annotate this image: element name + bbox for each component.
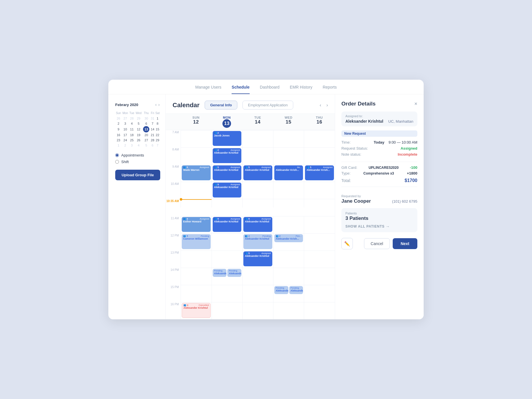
nav-schedule[interactable]: Schedule	[232, 85, 249, 94]
cell-wed-10am[interactable]	[273, 182, 304, 199]
event-aleksande-15pm-wed-2[interactable]: Pending Aleksande	[289, 286, 303, 294]
cell-tue-12pm[interactable]: 👥 2 Pending Aleksander Krishtul	[242, 233, 273, 251]
cal-day[interactable]: 6	[142, 121, 150, 126]
cell-tue-7am[interactable]	[242, 130, 273, 147]
cell-sun-12pm[interactable]: 👥 5 Pending Cameron Willamson	[181, 233, 212, 251]
cal-day[interactable]: 24	[122, 138, 129, 143]
next-button[interactable]: Next	[393, 238, 417, 249]
cell-wed-13pm[interactable]	[273, 251, 304, 268]
event-aleksander-12pm-tue[interactable]: 👥 2 Pending Aleksander Krishtul	[243, 234, 272, 249]
cell-tue-16pm[interactable]	[242, 302, 273, 319]
cell-thu-15pm[interactable]	[304, 285, 335, 302]
event-aleksander-8am-mon[interactable]: 👥 2 Assigned Aleksander Krishtul	[213, 148, 242, 163]
cell-thu-8am[interactable]	[304, 147, 335, 165]
event-cameron-willamson[interactable]: 👥 5 Pending Cameron Willamson	[182, 234, 211, 249]
cell-sun-8am[interactable]	[181, 147, 212, 165]
event-aleksander-12pm-wed[interactable]: 👥 2 Pen... Aleksander Krish...	[274, 234, 303, 242]
cell-mon-1035am[interactable]	[212, 199, 242, 208]
cell-mon-12pm[interactable]	[212, 233, 242, 251]
cell-wed-11am[interactable]	[273, 216, 304, 233]
cell-sun-16pm[interactable]: 👥 4 Cancelled Aleksander Krishtul	[181, 302, 212, 319]
cell-mon-14pm[interactable]: Pending Aleksande Pending Aleksande	[212, 268, 242, 285]
cell-sun-1035am[interactable]	[181, 199, 212, 208]
cal-day[interactable]: 3	[129, 143, 135, 148]
tab-employment-application[interactable]: Employment Application	[242, 101, 293, 109]
next-month-btn[interactable]: ›	[158, 102, 160, 107]
cell-wed-8am[interactable]	[273, 147, 304, 165]
edit-button[interactable]: ✏️	[341, 238, 353, 249]
show-all-patients-link[interactable]: SHOW ALL PATIENTS →	[345, 224, 413, 229]
cell-tue-11am[interactable]: 👥 5 Assigned Aleksander Krishtul	[242, 216, 273, 233]
cal-day[interactable]: 2	[122, 143, 129, 148]
cell-mon-7am[interactable]: 👥 2 Jacob Jones	[212, 130, 242, 147]
cell-tue-14pm[interactable]	[242, 268, 273, 285]
cell-sun-7am[interactable]	[181, 130, 212, 147]
cal-day[interactable]: 3	[122, 121, 129, 126]
cell-tue-13pm[interactable]: 👥 5 Assigned Aleksander Krishtul	[242, 251, 273, 268]
cal-day[interactable]: 26	[135, 138, 142, 143]
cell-thu-11am[interactable]	[304, 216, 335, 233]
cal-day[interactable]: 7	[155, 143, 160, 148]
tab-general-info[interactable]: General Info	[205, 101, 237, 109]
cancel-button[interactable]: Cancel	[364, 238, 390, 249]
cal-day[interactable]: 5	[135, 121, 142, 126]
event-aleksander-11am-tue[interactable]: 👥 5 Assigned Aleksander Krishtul	[243, 217, 272, 232]
nav-emr-history[interactable]: EMR History	[290, 85, 312, 94]
event-aleksande-14pm-mon-1[interactable]: Pending Aleksande	[213, 269, 227, 277]
cell-wed-14pm[interactable]	[273, 268, 304, 285]
cell-mon-16pm[interactable]	[212, 302, 242, 319]
cell-thu-1035am[interactable]	[304, 199, 335, 208]
cell-mon-9am[interactable]: 👥 5 Assigned Aleksander Krishtul	[212, 165, 242, 182]
event-esther-howard[interactable]: 👥 3 Assigned Esther Howard	[182, 217, 211, 232]
cal-day[interactable]: 22	[155, 132, 160, 138]
cal-day[interactable]: 30	[142, 116, 150, 121]
cal-day[interactable]: 9	[115, 126, 122, 132]
event-wade-warren[interactable]: 👥 3 Assigned Wade Warren	[182, 165, 211, 180]
cell-mon-13pm[interactable]	[212, 251, 242, 268]
cal-day[interactable]: 28	[129, 116, 135, 121]
cal-day[interactable]: 7	[150, 121, 155, 126]
cal-day[interactable]: 29	[135, 116, 142, 121]
cal-day[interactable]: 10	[122, 126, 129, 132]
cell-thu-10am[interactable]	[304, 182, 335, 199]
cell-thu-12pm[interactable]	[304, 233, 335, 251]
event-aleksander-9am-tue[interactable]: 👥 5 Assigned Aleksander Krishtul	[243, 165, 272, 180]
cell-thu-16pm[interactable]	[304, 302, 335, 319]
nav-reports[interactable]: Reports	[323, 85, 337, 94]
appointments-radio[interactable]: Appointments	[115, 153, 160, 157]
cell-wed-9am[interactable]: As... Aleksander Krish...	[273, 165, 304, 182]
event-aleksander-10am-mon[interactable]: 👥 5 Assigned Aleksander Krishtul	[213, 183, 242, 197]
cell-wed-1035am[interactable]	[273, 199, 304, 208]
nav-manage-users[interactable]: Manage Users	[195, 85, 221, 94]
event-aleksander-13pm-tue[interactable]: 👥 5 Assigned Aleksander Krishtul	[243, 251, 272, 266]
cell-mon-15pm[interactable]	[212, 285, 242, 302]
cal-day[interactable]: 4	[135, 143, 142, 148]
cal-day[interactable]: 16	[115, 132, 122, 138]
event-jacob-jones[interactable]: 👥 2 Jacob Jones	[213, 131, 242, 146]
cell-wed-15pm[interactable]: Pending Aleksande Pending Aleksande	[273, 285, 304, 302]
cal-day[interactable]: 4	[129, 121, 135, 126]
upload-group-file-button[interactable]: Upload Group File	[115, 170, 160, 180]
shift-radio[interactable]: Shift	[115, 160, 160, 164]
cal-day[interactable]: 6	[150, 143, 155, 148]
cal-day[interactable]: 23	[115, 138, 122, 143]
next-week-btn[interactable]: ›	[325, 103, 330, 108]
cell-tue-1035am[interactable]	[242, 199, 273, 208]
event-aleksander-cancelled[interactable]: 👥 4 Cancelled Aleksander Krishtul	[182, 303, 211, 318]
cal-day[interactable]: 1	[155, 116, 160, 121]
cell-mon-8am[interactable]: 👥 2 Assigned Aleksander Krishtul	[212, 147, 242, 165]
prev-week-btn[interactable]: ‹	[318, 103, 323, 108]
cell-sun-9am[interactable]: 👥 3 Assigned Wade Warren	[181, 165, 212, 182]
cell-sun-11am[interactable]: 👥 3 Assigned Esther Howard	[181, 216, 212, 233]
cal-day[interactable]: 20	[142, 132, 150, 138]
cal-day[interactable]: 21	[150, 132, 155, 138]
cell-thu-13pm[interactable]	[304, 251, 335, 268]
cal-day[interactable]: 5	[142, 143, 150, 148]
cal-day[interactable]: 8	[155, 121, 160, 126]
cell-wed-12pm[interactable]: 👥 2 Pen... Aleksander Krish...	[273, 233, 304, 251]
cell-tue-15pm[interactable]	[242, 285, 273, 302]
cal-day[interactable]: 17	[122, 132, 129, 138]
prev-month-btn[interactable]: ‹	[155, 102, 157, 107]
cell-tue-10am[interactable]	[242, 182, 273, 199]
cell-sun-15pm[interactable]	[181, 285, 212, 302]
